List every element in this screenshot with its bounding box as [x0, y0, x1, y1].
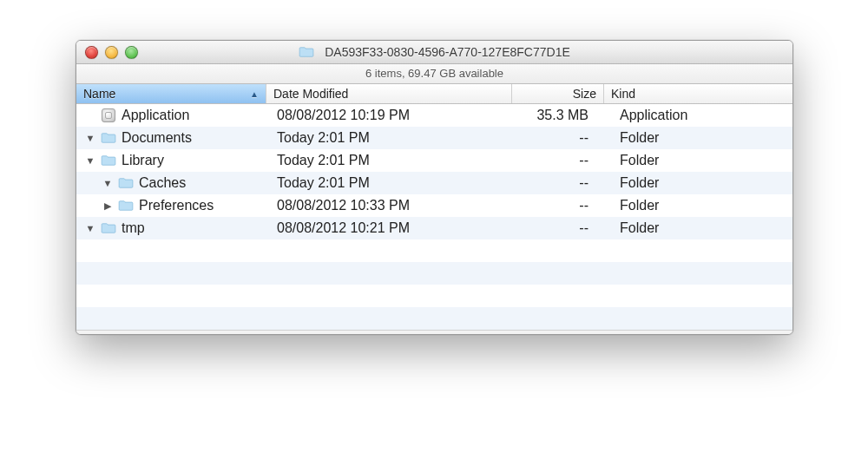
window-controls: [85, 46, 138, 59]
file-name: Preferences: [139, 198, 214, 213]
folder-icon: [299, 45, 314, 59]
cell-name: ▶Preferences: [76, 198, 266, 213]
empty-row: [76, 262, 792, 285]
status-text: 6 items, 69.47 GB available: [365, 67, 503, 80]
window-title-text: DA593F33-0830-4596-A770-127E8FC77D1E: [325, 45, 570, 59]
cell-date-modified: 08/08/2012 10:33 PM: [266, 198, 512, 213]
close-button[interactable]: [85, 46, 98, 59]
cell-kind: Folder: [604, 130, 792, 146]
file-name: Documents: [122, 130, 192, 146]
cell-name: ▼Library: [76, 153, 266, 168]
cell-name: Application: [76, 108, 266, 123]
column-header-name-label: Name: [83, 87, 115, 101]
disclosure-open-icon[interactable]: ▼: [85, 133, 95, 143]
column-header-size-label: Size: [573, 87, 596, 101]
cell-date-modified: Today 2:01 PM: [266, 153, 512, 168]
status-bar: 6 items, 69.47 GB available: [76, 64, 792, 84]
column-header-date-modified[interactable]: Date Modified: [266, 84, 512, 103]
empty-row: [76, 285, 792, 307]
application-icon: [101, 108, 116, 122]
file-name: Application: [122, 108, 189, 123]
table-row[interactable]: ▼CachesToday 2:01 PM--Folder: [76, 172, 792, 194]
titlebar[interactable]: DA593F33-0830-4596-A770-127E8FC77D1E: [76, 41, 792, 64]
folder-icon: [101, 221, 116, 235]
cell-date-modified: 08/08/2012 10:21 PM: [266, 220, 512, 236]
cell-kind: Folder: [604, 198, 792, 213]
window-title: DA593F33-0830-4596-A770-127E8FC77D1E: [76, 45, 792, 59]
empty-row: [76, 307, 792, 330]
minimize-button[interactable]: [105, 46, 118, 59]
cell-size: 35.3 MB: [512, 108, 604, 123]
cell-size: --: [512, 130, 604, 146]
cell-name: ▼Caches: [76, 175, 266, 191]
disclosure-open-icon[interactable]: ▼: [85, 155, 95, 166]
file-name: Library: [122, 153, 164, 168]
column-headers: Name ▲ Date Modified Size Kind: [76, 84, 792, 104]
folder-icon: [101, 154, 116, 167]
column-header-kind-label: Kind: [611, 87, 635, 101]
file-name: Caches: [139, 175, 186, 191]
cell-kind: Application: [604, 108, 792, 123]
cell-name: ▼Documents: [76, 130, 266, 146]
finder-window: DA593F33-0830-4596-A770-127E8FC77D1E 6 i…: [76, 40, 793, 335]
folder-icon: [101, 131, 116, 145]
disclosure-open-icon[interactable]: ▼: [102, 178, 113, 188]
cell-date-modified: Today 2:01 PM: [266, 175, 512, 191]
table-row[interactable]: ▼tmp08/08/2012 10:21 PM--Folder: [76, 217, 792, 239]
table-row[interactable]: ▶Preferences08/08/2012 10:33 PM--Folder: [76, 194, 792, 217]
zoom-button[interactable]: [125, 46, 138, 59]
cell-kind: Folder: [604, 153, 792, 168]
sort-ascending-icon: ▲: [250, 89, 259, 99]
window-bottom-edge: [76, 330, 792, 334]
column-header-date-label: Date Modified: [273, 87, 348, 101]
cell-size: --: [512, 175, 604, 191]
folder-icon: [118, 176, 134, 190]
folder-icon: [118, 199, 134, 213]
cell-date-modified: 08/08/2012 10:19 PM: [266, 108, 512, 123]
column-header-name[interactable]: Name ▲: [76, 84, 266, 103]
column-header-size[interactable]: Size: [512, 84, 604, 103]
empty-row: [76, 239, 792, 262]
disclosure-open-icon[interactable]: ▼: [85, 223, 95, 233]
cell-size: --: [512, 220, 604, 236]
table-row[interactable]: ▼DocumentsToday 2:01 PM--Folder: [76, 127, 792, 149]
column-header-kind[interactable]: Kind: [604, 84, 792, 103]
file-name: tmp: [122, 220, 145, 236]
cell-kind: Folder: [604, 220, 792, 236]
cell-kind: Folder: [604, 175, 792, 191]
disclosure-closed-icon[interactable]: ▶: [102, 200, 113, 212]
cell-name: ▼tmp: [76, 220, 266, 236]
table-row[interactable]: Application08/08/2012 10:19 PM35.3 MBApp…: [76, 104, 792, 127]
cell-size: --: [512, 198, 604, 213]
cell-size: --: [512, 153, 604, 168]
cell-date-modified: Today 2:01 PM: [266, 130, 512, 146]
file-list: Application08/08/2012 10:19 PM35.3 MBApp…: [76, 104, 792, 330]
table-row[interactable]: ▼LibraryToday 2:01 PM--Folder: [76, 149, 792, 172]
